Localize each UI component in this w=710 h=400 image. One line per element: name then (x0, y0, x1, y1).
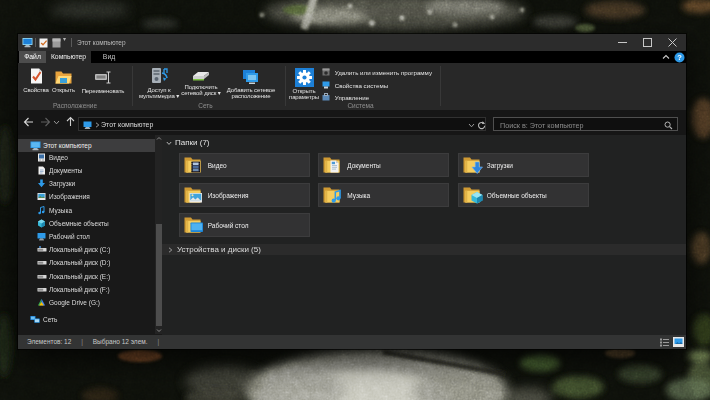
svg-text:?: ? (677, 53, 682, 62)
